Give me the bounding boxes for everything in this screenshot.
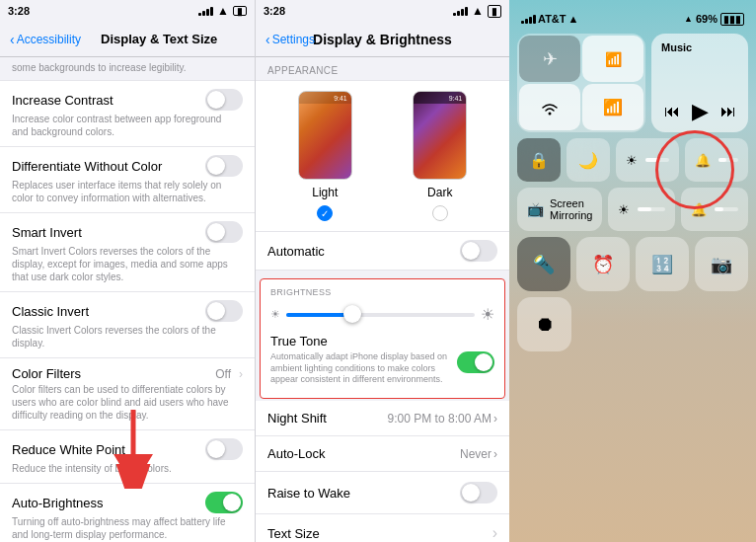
play-icon[interactable]: ▶ [692,99,709,124]
cc-row-3: 📺 Screen Mirroring ☀ 🔔 [517,188,748,231]
clock-tile[interactable]: ⏰ [576,237,630,291]
nav-bar-p2: ‹ Settings Display & Brightness [256,22,509,57]
chevron-right-icon-text-size: › [492,524,497,542]
wifi-calling-tile[interactable]: 📶 [582,36,643,82]
setting-row-classic-invert: Classic Invert Classic Invert Colors rev… [0,292,255,358]
signal-bars-p2 [453,6,468,16]
sun-small-icon: ☀ [270,308,280,321]
camera-tile[interactable]: 📷 [695,237,748,291]
chevron-right-icon-night-shift: › [493,412,497,426]
chevron-left-icon-p2: ‹ [265,32,270,47]
battery-percent-p3: 69% [696,13,718,25]
screen-mirror-tile[interactable]: 📺 Screen Mirroring [517,188,602,231]
calculator-tile[interactable]: 🔢 [636,237,689,291]
signal-bars-p1 [198,6,213,16]
cc-conn-grid: ✈ 📶 📶 [517,34,645,132]
setting-desc-differentiate-color: Replaces user interface items that rely … [12,179,243,204]
cc-status-bar: AT&T ▲ ▲ 69% ▮▮▮ [517,8,748,30]
music-title: Music [661,41,738,53]
setting-label-increase-contrast: Increase Contrast [12,93,113,108]
cc-status-left: AT&T ▲ [521,13,578,25]
appearance-option-dark[interactable]: 9:41 Dark [413,91,467,221]
night-shift-row[interactable]: Night Shift 9:00 PM to 8:00 AM › [256,401,509,436]
status-time-p1: 3:28 [8,5,30,17]
red-arrow-indicator [104,410,163,493]
brightness-adjust-tile[interactable]: ☀ [608,188,675,231]
setting-label-color-filters: Color Filters [12,366,81,381]
brightness-adjust-icon: ☀ [618,202,630,217]
bluetooth-tile[interactable]: 📶 [582,84,643,130]
dnd-tile[interactable]: 🌙 [567,138,610,182]
volume-slider-tile[interactable]: 🔔 [685,138,748,182]
dark-preview: 9:41 [413,91,467,180]
toggle-classic-invert[interactable] [205,300,243,322]
raise-to-wake-label: Raise to Wake [267,486,350,501]
dark-preview-status: 9:41 [414,92,466,104]
brightness-box: BRIGHTNESS ☀ ☀ True Tone Automatically a… [260,278,505,399]
wifi-tile[interactable] [519,84,580,130]
toggle-reduce-white-point[interactable] [205,438,243,460]
setting-desc-smart-invert: Smart Invert Colors reverses the colors … [12,245,243,283]
panel2-display-brightness: 3:28 ▲ ▮ ‹ Settings Display & Brightness… [255,0,509,542]
night-shift-label: Night Shift [267,411,327,426]
panel3-control-center: AT&T ▲ ▲ 69% ▮▮▮ ✈ 📶 [509,0,756,542]
flashlight-tile[interactable]: 🔦 [517,237,570,291]
wifi-icon-p1: ▲ [217,4,229,18]
brightness-icon-cc: ☀ [626,153,638,168]
brightness-header: BRIGHTNESS [270,287,494,297]
toggle-auto-brightness[interactable] [205,492,243,513]
auto-lock-row[interactable]: Auto-Lock Never › [256,436,509,472]
brightness-fill [286,313,352,317]
battery-icon-p1: ▮ [233,6,247,16]
screen-mirror-icon: 📺 [527,201,544,217]
next-track-icon[interactable]: ⏭ [720,103,736,120]
location-icon-p3: ▲ [684,14,693,24]
setting-label-smart-invert: Smart Invert [12,225,82,240]
appearance-selector: 9:41 Light 9:41 Dark [256,80,509,232]
prev-track-icon[interactable]: ⏮ [664,103,680,120]
light-preview-status: 9:41 [299,92,351,104]
back-button-p1[interactable]: ‹ Accessibility [10,32,81,47]
setting-row-smart-invert: Smart Invert Smart Invert Colors reverse… [0,213,255,292]
status-time-p2: 3:28 [264,5,285,17]
true-tone-desc: Automatically adapt iPhone display based… [270,351,457,386]
appearance-option-light[interactable]: 9:41 Light [298,91,352,221]
toggle-true-tone[interactable] [457,351,494,373]
toggle-differentiate-color[interactable] [205,155,243,177]
dark-check [432,205,448,221]
page-title-p2: Display & Brightness [313,32,452,47]
volume-adjust-tile[interactable]: 🔔 [681,188,748,231]
setting-label-differentiate-color: Differentiate Without Color [12,159,162,174]
screen-mirror-label: Screen Mirroring [550,197,592,221]
light-preview: 9:41 [298,91,352,180]
cc-grid: ✈ 📶 📶 Music ⏮ ▶ ⏭ [517,30,748,542]
airplane-mode-tile[interactable]: ✈ [519,36,580,82]
wifi-icon-p3: ▲ [568,13,579,25]
music-controls: ⏮ ▶ ⏭ [661,99,738,124]
wifi-icon-p2: ▲ [472,4,484,18]
toggle-automatic[interactable] [460,240,497,262]
cc-row-1: ✈ 📶 📶 Music ⏮ ▶ ⏭ [517,34,748,132]
svg-point-3 [549,112,552,115]
toggle-increase-contrast[interactable] [205,89,243,111]
page-title-p1: Display & Text Size [101,32,217,46]
back-button-p2[interactable]: ‹ Settings [265,32,315,47]
setting-label-auto-brightness: Auto-Brightness [12,496,104,510]
toggle-smart-invert[interactable] [205,221,243,243]
record-tile[interactable]: ⏺ [517,297,571,351]
cc-volume-fill-2 [715,207,722,211]
signal-bars-p3 [521,14,536,24]
text-size-label: Text Size [267,526,320,541]
orientation-lock-icon: 🔒 [529,151,549,170]
cc-music-tile: Music ⏮ ▶ ⏭ [651,34,748,132]
chevron-right-icon-auto-lock: › [493,447,497,461]
brightness-slider[interactable] [286,313,475,317]
orientation-lock-tile[interactable]: 🔒 [517,138,561,182]
cc-volume-bar-2 [715,207,738,211]
brightness-slider-tile[interactable]: ☀ [616,138,679,182]
text-size-row[interactable]: Text Size › [256,514,509,542]
cc-last-row: ⏺ [517,297,748,351]
brightness-thumb[interactable] [343,305,361,323]
toggle-raise-to-wake[interactable] [460,482,497,503]
battery-icon-p2: ▮ [488,5,501,18]
